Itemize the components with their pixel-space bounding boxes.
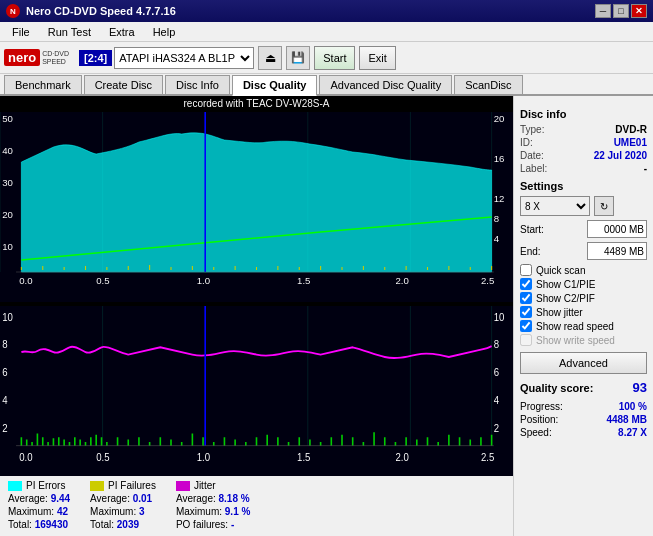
end-mb-input[interactable]: [587, 242, 647, 260]
disc-label-label: Label:: [520, 163, 547, 174]
svg-text:16: 16: [494, 154, 505, 164]
menu-bar: File Run Test Extra Help: [0, 22, 653, 42]
pi-failures-label: PI Failures: [108, 480, 156, 491]
pi-errors-total: Total: 169430: [8, 519, 70, 530]
pi-failures-color: [90, 481, 104, 491]
pi-errors-label: PI Errors: [26, 480, 65, 491]
show-c2pif-row: Show C2/PIF: [520, 292, 647, 304]
title-bar: N Nero CD-DVD Speed 4.7.7.16 ─ □ ✕: [0, 0, 653, 22]
svg-text:6: 6: [2, 367, 8, 379]
end-mb-label: End:: [520, 246, 541, 257]
drive-selector: [2:4] ATAPI iHAS324 A BL1P: [79, 47, 254, 69]
speed-select[interactable]: 8 X: [520, 196, 590, 216]
settings-title: Settings: [520, 180, 647, 192]
menu-extra[interactable]: Extra: [101, 24, 143, 40]
legend-jitter: Jitter Average: 8.18 % Maximum: 9.1 % PO…: [176, 480, 250, 532]
svg-text:2: 2: [494, 423, 500, 435]
svg-rect-25: [0, 306, 513, 476]
show-c1pie-label: Show C1/PIE: [536, 279, 595, 290]
quick-scan-row: Quick scan: [520, 264, 647, 276]
upper-chart-svg: 50 40 30 20 10 20 16 12 8 4: [0, 112, 513, 302]
show-jitter-checkbox[interactable]: [520, 306, 532, 318]
disc-date-row: Date: 22 Jul 2020: [520, 150, 647, 161]
svg-text:12: 12: [494, 194, 505, 204]
pi-failures-maximum: Maximum: 3: [90, 506, 156, 517]
drive-select[interactable]: ATAPI iHAS324 A BL1P: [114, 47, 254, 69]
menu-run-test[interactable]: Run Test: [40, 24, 99, 40]
tab-create-disc[interactable]: Create Disc: [84, 75, 163, 94]
menu-help[interactable]: Help: [145, 24, 184, 40]
refresh-button[interactable]: ↻: [594, 196, 614, 216]
svg-text:1.5: 1.5: [297, 452, 311, 464]
svg-text:2.0: 2.0: [395, 452, 409, 464]
svg-text:0.5: 0.5: [96, 452, 110, 464]
main-content: recorded with TEAC DV-W28S-A 50 40 30: [0, 96, 653, 536]
title-text: Nero CD-DVD Speed 4.7.7.16: [26, 5, 176, 17]
svg-text:20: 20: [494, 114, 505, 124]
disc-id-value: UME01: [614, 137, 647, 148]
advanced-button[interactable]: Advanced: [520, 352, 647, 374]
svg-text:0.0: 0.0: [19, 452, 33, 464]
progress-section: Progress: 100 % Position: 4488 MB Speed:…: [520, 401, 647, 438]
show-c1pie-checkbox[interactable]: [520, 278, 532, 290]
pi-errors-color: [8, 481, 22, 491]
toolbar: nero CD·DVDSPEED [2:4] ATAPI iHAS324 A B…: [0, 42, 653, 74]
disc-label-row: Label: -: [520, 163, 647, 174]
position-value: 4488 MB: [606, 414, 647, 425]
svg-text:0.0: 0.0: [19, 276, 32, 286]
start-mb-input[interactable]: [587, 220, 647, 238]
speed-label: Speed:: [520, 427, 552, 438]
maximize-button[interactable]: □: [613, 4, 629, 18]
speed-setting-row: 8 X ↻: [520, 196, 647, 216]
jitter-average: Average: 8.18 %: [176, 493, 250, 504]
svg-text:4: 4: [494, 395, 500, 407]
progress-label: Progress:: [520, 401, 563, 412]
tab-disc-info[interactable]: Disc Info: [165, 75, 230, 94]
minimize-button[interactable]: ─: [595, 4, 611, 18]
position-row: Position: 4488 MB: [520, 414, 647, 425]
menu-file[interactable]: File: [4, 24, 38, 40]
quality-score-row: Quality score: 93: [520, 380, 647, 395]
svg-text:20: 20: [2, 210, 13, 220]
eject-button[interactable]: ⏏: [258, 46, 282, 70]
start-mb-label: Start:: [520, 224, 544, 235]
svg-text:1.0: 1.0: [197, 452, 211, 464]
lower-chart: 10 8 6 4 2 10 8 6 4 2: [0, 306, 513, 476]
quick-scan-checkbox[interactable]: [520, 264, 532, 276]
lower-chart-svg: 10 8 6 4 2 10 8 6 4 2: [0, 306, 513, 476]
save-button[interactable]: 💾: [286, 46, 310, 70]
upper-chart: 50 40 30 20 10 20 16 12 8 4: [0, 112, 513, 302]
svg-text:10: 10: [2, 242, 13, 252]
start-mb-row: Start:: [520, 220, 647, 238]
svg-text:8: 8: [494, 214, 499, 224]
end-mb-row: End:: [520, 242, 647, 260]
nero-logo: nero CD·DVDSPEED: [4, 49, 69, 66]
start-button[interactable]: Start: [314, 46, 355, 70]
position-label: Position:: [520, 414, 558, 425]
show-jitter-label: Show jitter: [536, 307, 583, 318]
show-read-speed-checkbox[interactable]: [520, 320, 532, 332]
quick-scan-label: Quick scan: [536, 265, 585, 276]
show-c1pie-row: Show C1/PIE: [520, 278, 647, 290]
tab-disc-quality[interactable]: Disc Quality: [232, 75, 318, 96]
show-c2pif-checkbox[interactable]: [520, 292, 532, 304]
disc-type-row: Type: DVD-R: [520, 124, 647, 135]
nero-subtitle: CD·DVDSPEED: [42, 50, 69, 65]
show-write-speed-row: Show write speed: [520, 334, 647, 346]
window-controls[interactable]: ─ □ ✕: [595, 4, 647, 18]
disc-type-value: DVD-R: [615, 124, 647, 135]
legend-pi-errors: PI Errors Average: 9.44 Maximum: 42 Tota…: [8, 480, 70, 532]
tab-scan-disc[interactable]: ScanDisc: [454, 75, 522, 94]
show-read-speed-row: Show read speed: [520, 320, 647, 332]
svg-text:0.5: 0.5: [96, 276, 109, 286]
disc-type-label: Type:: [520, 124, 544, 135]
tab-benchmark[interactable]: Benchmark: [4, 75, 82, 94]
drive-label: [2:4]: [79, 50, 112, 66]
svg-text:50: 50: [2, 114, 13, 124]
exit-button[interactable]: Exit: [359, 46, 395, 70]
tab-advanced-disc-quality[interactable]: Advanced Disc Quality: [319, 75, 452, 94]
show-write-speed-checkbox[interactable]: [520, 334, 532, 346]
disc-info-title: Disc info: [520, 108, 647, 120]
close-button[interactable]: ✕: [631, 4, 647, 18]
svg-text:2.5: 2.5: [481, 452, 495, 464]
